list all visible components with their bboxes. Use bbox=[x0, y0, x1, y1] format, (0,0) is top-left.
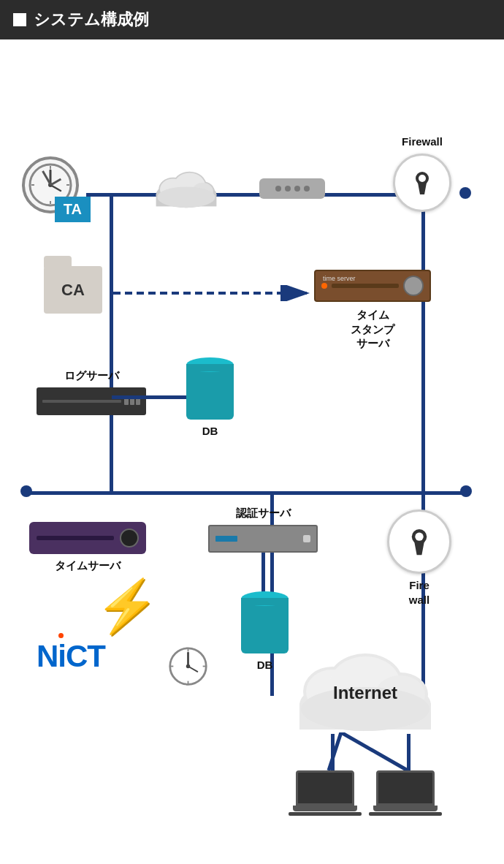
db-lower-component: DB bbox=[241, 599, 289, 672]
router-dot-3 bbox=[294, 186, 300, 192]
router-dot-4 bbox=[304, 186, 310, 192]
line-h-cross bbox=[26, 491, 465, 495]
db-lower-icon bbox=[241, 599, 289, 653]
firewall-lower-icon bbox=[387, 509, 451, 574]
keyhole-icon bbox=[406, 167, 438, 199]
rackmount-led bbox=[321, 283, 327, 289]
header-square-icon bbox=[13, 13, 26, 26]
auth-led bbox=[303, 535, 310, 542]
timestamp-server-label: タイムスタンプサーバ bbox=[351, 308, 394, 351]
ca-folder-icon: CA bbox=[44, 266, 102, 314]
auth-server-icon bbox=[208, 525, 318, 553]
db-top-component: DB bbox=[186, 365, 234, 439]
time-server-lower-icon bbox=[29, 522, 146, 554]
svg-marker-32 bbox=[414, 542, 424, 555]
laptop-2-foot bbox=[369, 812, 442, 816]
line-h-top bbox=[86, 193, 424, 197]
firewall-lower-label: Firewall bbox=[409, 578, 429, 607]
laptop-1-base bbox=[293, 806, 357, 811]
firewall-lower-component: Firewall bbox=[387, 509, 451, 607]
firewall-top-icon bbox=[393, 154, 451, 212]
nict-clock-component bbox=[168, 646, 208, 686]
nict-logo: NiCT bbox=[37, 639, 105, 674]
router-icon bbox=[259, 178, 325, 199]
log-server-component: ログサーバ bbox=[37, 368, 146, 415]
time-server-lower-component: タイムサーバ bbox=[29, 522, 146, 573]
laptop-1-foot bbox=[289, 812, 362, 816]
internet-label: Internet bbox=[292, 683, 438, 703]
laptop-2-base bbox=[373, 806, 438, 811]
timestamp-server-component: time server タイムスタンプサーバ bbox=[314, 270, 431, 351]
svg-point-25 bbox=[186, 664, 191, 669]
ca-component: CA bbox=[44, 266, 102, 314]
svg-line-43 bbox=[341, 732, 408, 770]
time-server-lower-label: タイムサーバ bbox=[55, 558, 121, 573]
router-dot-1 bbox=[275, 186, 281, 192]
laptop-1-component bbox=[292, 770, 358, 818]
svg-point-31 bbox=[415, 533, 423, 541]
ts-btn bbox=[120, 528, 139, 547]
router-component bbox=[259, 178, 325, 199]
laptop-1-screen bbox=[296, 770, 354, 806]
db-top-label: DB bbox=[202, 424, 218, 439]
svg-point-18 bbox=[419, 175, 426, 182]
svg-point-16 bbox=[157, 186, 215, 208]
laptop-2-screen bbox=[376, 770, 435, 806]
log-server-icon bbox=[37, 387, 146, 415]
laptop-2-component bbox=[373, 770, 438, 818]
svg-line-42 bbox=[329, 732, 341, 770]
auth-server-component: 認証サーバ bbox=[208, 506, 318, 596]
diagram-area: TA Firewall bbox=[0, 39, 504, 864]
nict-clock-icon bbox=[168, 646, 208, 686]
keyhole-icon-2 bbox=[401, 523, 438, 560]
line-v-logserver bbox=[110, 409, 113, 495]
auth-bar bbox=[215, 536, 237, 542]
ta-component: TA bbox=[22, 156, 80, 215]
lightning-component: ⚡ bbox=[95, 580, 159, 632]
internet-branches-svg bbox=[321, 732, 420, 773]
cloud-component bbox=[153, 162, 219, 210]
auth-server-label-above: 認証サーバ bbox=[236, 506, 291, 520]
svg-point-3 bbox=[48, 183, 53, 187]
dot-right-cross bbox=[460, 485, 472, 497]
router-dot-2 bbox=[285, 186, 291, 192]
ca-label: CA bbox=[61, 281, 85, 300]
header: システム構成例 bbox=[0, 0, 504, 39]
laptop-1-icon bbox=[292, 770, 358, 818]
firewall-top-label: Firewall bbox=[402, 134, 443, 149]
laptop-2-icon bbox=[373, 770, 438, 818]
dashed-arrow-svg bbox=[113, 285, 318, 301]
cloud-icon bbox=[153, 162, 219, 210]
dot-left-cross bbox=[20, 485, 32, 497]
svg-marker-19 bbox=[418, 183, 427, 194]
ls-bar bbox=[42, 400, 121, 403]
rackmount-bar bbox=[332, 284, 399, 288]
log-server-label: ログサーバ bbox=[64, 368, 119, 383]
nict-component: NiCT bbox=[37, 639, 105, 674]
timestamp-server-icon: time server bbox=[314, 270, 431, 302]
firewall-top-component: Firewall bbox=[393, 134, 451, 212]
ts-bar bbox=[37, 536, 114, 540]
db-lower-label: DB bbox=[257, 658, 273, 672]
rackmount-led2 bbox=[403, 276, 424, 296]
dot-right-top bbox=[459, 187, 471, 199]
ta-badge: TA bbox=[55, 197, 91, 222]
db-top-icon bbox=[186, 365, 234, 420]
lightning-icon: ⚡ bbox=[95, 580, 159, 632]
internet-component: Internet bbox=[292, 639, 438, 734]
page-title: システム構成例 bbox=[34, 9, 149, 31]
rackmount-text: time server bbox=[323, 275, 356, 282]
